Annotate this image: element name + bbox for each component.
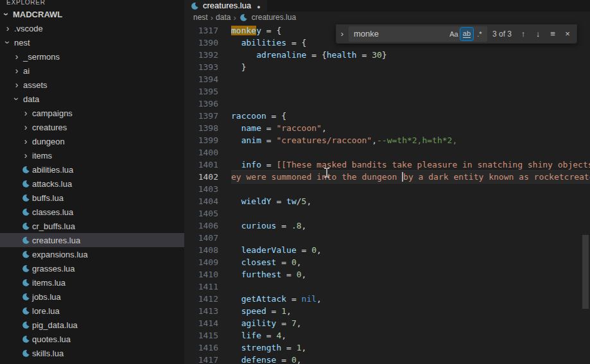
scrollbar-thumb[interactable] — [582, 235, 589, 309]
tree-item--vscode[interactable]: ›.vscode — [0, 21, 184, 35]
line-number[interactable]: 1398 — [184, 122, 218, 134]
code-line[interactable]: anim = "creatures/raccoon",--w=th*2,h=th… — [231, 134, 590, 146]
line-number[interactable]: 1411 — [184, 281, 218, 293]
tree-item-grasses-lua[interactable]: grasses.lua — [0, 261, 184, 275]
code-line[interactable]: life = 4, — [231, 329, 590, 342]
regex-toggle[interactable]: .* — [473, 28, 486, 40]
find-in-selection-button[interactable]: ≡ — [546, 28, 559, 40]
line-number[interactable]: 1402 — [184, 171, 218, 183]
tree-item-skills-lua[interactable]: skills.lua — [0, 346, 184, 360]
line-number[interactable]: 1390 — [184, 37, 218, 49]
line-number[interactable]: 1395 — [184, 85, 218, 98]
line-number[interactable]: 1406 — [184, 220, 218, 232]
tab-dirty-indicator[interactable]: ● — [257, 4, 260, 10]
tree-item-jobs-lua[interactable]: jobs.lua — [0, 290, 184, 304]
code-line[interactable]: agility = 7, — [231, 317, 590, 329]
line-number[interactable]: 1404 — [184, 195, 218, 207]
whole-word-toggle[interactable]: ab — [460, 28, 473, 40]
editor-scrollbar[interactable] — [581, 23, 590, 364]
toggle-replace-chevron-icon[interactable]: › — [338, 29, 347, 39]
code-line[interactable]: speed = 1, — [231, 305, 590, 317]
code-line[interactable] — [231, 146, 590, 159]
breadcrumb-item[interactable]: data — [216, 13, 230, 22]
find-input-box[interactable]: Aa ab .* — [349, 26, 487, 42]
code-line[interactable] — [231, 281, 590, 293]
tree-item-abilities-lua[interactable]: abilities.lua — [0, 162, 184, 177]
line-number[interactable]: 1393 — [184, 61, 218, 73]
tree-item-data[interactable]: ›data — [0, 92, 184, 106]
editor[interactable]: 1317139013921393139413951396139713981399… — [184, 23, 590, 364]
line-number[interactable]: 1410 — [184, 268, 218, 281]
breadcrumb-item[interactable]: creatures.lua — [252, 13, 296, 22]
tree-item-campaigns[interactable]: ›campaigns — [0, 106, 184, 120]
line-number[interactable]: 1403 — [184, 183, 218, 195]
lua-file-icon — [21, 335, 31, 343]
line-number[interactable]: 1408 — [184, 244, 218, 256]
tree-item-items-lua[interactable]: items.lua — [0, 275, 184, 290]
tree-item-lore-lua[interactable]: lore.lua — [0, 304, 184, 318]
line-number[interactable]: 1394 — [184, 73, 218, 85]
tree-item-ai[interactable]: ›ai — [0, 64, 184, 78]
line-number[interactable]: 1405 — [184, 207, 218, 220]
code-line[interactable]: getAttack = nil, — [231, 293, 590, 305]
line-number[interactable]: 1415 — [184, 329, 218, 342]
code-line[interactable]: curious = .8, — [231, 220, 590, 232]
code-line[interactable] — [231, 183, 590, 195]
line-number[interactable]: 1400 — [184, 146, 218, 159]
code-line[interactable] — [231, 232, 590, 244]
tree-item-assets[interactable]: ›assets — [0, 78, 184, 92]
tree-item-items[interactable]: ›items — [0, 148, 184, 162]
code-line[interactable] — [231, 207, 590, 220]
tree-item-cr-buffs-lua[interactable]: cr_buffs.lua — [0, 219, 184, 233]
line-number[interactable]: 1396 — [184, 98, 218, 110]
code-line[interactable] — [231, 85, 590, 98]
code-line[interactable]: info = [[These masked bandits take pleas… — [231, 159, 590, 171]
code-line[interactable]: furthest = 0, — [231, 268, 590, 281]
line-number[interactable]: 1414 — [184, 317, 218, 329]
code-line[interactable]: wieldY = tw/5, — [231, 195, 590, 207]
code-line[interactable]: adrenaline = {health = 30} — [231, 49, 590, 61]
line-number[interactable]: 1407 — [184, 232, 218, 244]
close-find-button[interactable]: × — [561, 28, 574, 40]
tree-item-dungeon[interactable]: ›dungeon — [0, 134, 184, 148]
next-match-button[interactable]: ↓ — [532, 28, 544, 40]
line-number[interactable]: 1416 — [184, 342, 218, 354]
code-line[interactable]: closest = 0, — [231, 256, 590, 268]
line-number[interactable]: 1317 — [184, 24, 218, 37]
code-line[interactable] — [231, 73, 590, 85]
tree-item-label: .vscode — [14, 24, 43, 33]
match-case-toggle[interactable]: Aa — [447, 28, 460, 40]
tab-creatures-lua[interactable]: creatures.lua ● — [184, 0, 267, 12]
previous-match-button[interactable]: ↑ — [517, 28, 530, 40]
code-line[interactable] — [231, 98, 590, 110]
line-number[interactable]: 1401 — [184, 159, 218, 171]
line-number[interactable]: 1392 — [184, 49, 218, 61]
line-number[interactable]: 1413 — [184, 305, 218, 317]
workspace-root[interactable]: › MADCRAWL — [0, 7, 184, 21]
tree-item-creatures-lua[interactable]: creatures.lua — [0, 233, 184, 247]
code-line[interactable]: name = "raccoon", — [231, 122, 590, 134]
tree-item-pig-data-lua[interactable]: pig_data.lua — [0, 318, 184, 332]
code-line[interactable]: strength = 1, — [231, 342, 590, 354]
breadcrumb-item[interactable]: nest — [193, 13, 208, 22]
code-line[interactable]: leaderValue = 0, — [231, 244, 590, 256]
line-number[interactable]: 1412 — [184, 293, 218, 305]
code-line[interactable]: defense = 0, — [231, 354, 590, 364]
find-input[interactable] — [352, 28, 447, 39]
line-number[interactable]: 1397 — [184, 110, 218, 122]
tree-item--sermons[interactable]: ›_sermons — [0, 49, 184, 64]
tree-item-attacks-lua[interactable]: attacks.lua — [0, 177, 184, 191]
line-number[interactable]: 1399 — [184, 134, 218, 146]
tree-item-expansions-lua[interactable]: expansions.lua — [0, 247, 184, 261]
tree-item-quotes-lua[interactable]: quotes.lua — [0, 332, 184, 346]
tree-item-nest[interactable]: ›nest — [0, 35, 184, 49]
line-number[interactable]: 1417 — [184, 354, 218, 364]
code-line[interactable]: raccoon = { — [231, 110, 590, 122]
tree-item-buffs-lua[interactable]: buffs.lua — [0, 191, 184, 205]
code-line[interactable]: ey were summoned into the dungeon by a d… — [231, 171, 590, 183]
tree-item-creatures[interactable]: ›creatures — [0, 120, 184, 134]
lua-file-icon — [21, 349, 31, 358]
line-number[interactable]: 1409 — [184, 256, 218, 268]
tree-item-classes-lua[interactable]: classes.lua — [0, 205, 184, 219]
code-line[interactable]: } — [231, 61, 590, 73]
